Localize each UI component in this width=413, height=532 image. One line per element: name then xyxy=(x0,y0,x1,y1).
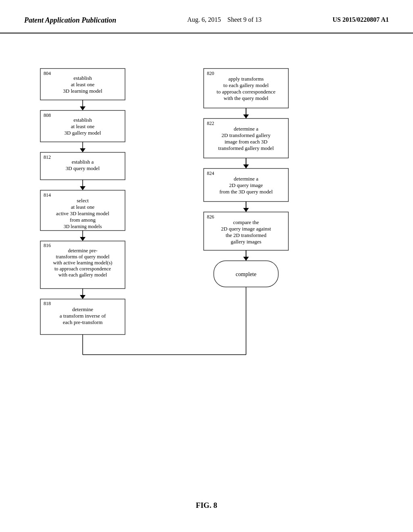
svg-marker-121 xyxy=(243,114,249,118)
svg-marker-86 xyxy=(80,186,86,190)
svg-marker-73 xyxy=(80,106,86,110)
svg-text:with each gallery model: with each gallery model xyxy=(58,272,107,278)
svg-text:image from each 3D: image from each 3D xyxy=(225,139,267,145)
svg-text:from the 3D query model: from the 3D query model xyxy=(219,189,273,195)
svg-text:826: 826 xyxy=(207,214,214,220)
svg-text:from among: from among xyxy=(70,217,96,223)
svg-text:2D query image: 2D query image xyxy=(229,182,263,188)
svg-text:the 2D transformed: the 2D transformed xyxy=(225,232,267,238)
svg-text:at least one: at least one xyxy=(71,123,95,129)
publication-title: Patent Application Publication xyxy=(24,16,116,25)
svg-text:with the query model: with the query model xyxy=(224,95,269,101)
svg-text:determine: determine xyxy=(72,306,93,312)
svg-text:3D query model: 3D query model xyxy=(66,165,100,171)
svg-text:816: 816 xyxy=(44,243,51,248)
main-flowchart: 804 establish at least one 3D learning m… xyxy=(0,56,413,500)
page-header: Patent Application Publication Aug. 6, 2… xyxy=(0,0,413,33)
svg-marker-136 xyxy=(243,208,249,212)
svg-text:at least one: at least one xyxy=(71,204,95,210)
svg-text:to each gallery model: to each gallery model xyxy=(223,82,269,88)
figure-caption: FIG. 8 xyxy=(196,501,217,510)
svg-text:822: 822 xyxy=(207,121,214,126)
figure-label: FIG. 8 xyxy=(196,501,217,509)
svg-text:3D learning models: 3D learning models xyxy=(64,224,102,229)
svg-text:establish: establish xyxy=(73,75,92,81)
svg-text:each pre-transform: each pre-transform xyxy=(63,319,103,325)
svg-text:with active learning model(s): with active learning model(s) xyxy=(53,260,113,266)
header-center: Aug. 6, 2015 Sheet 9 of 13 xyxy=(187,16,261,23)
svg-text:2D query image against: 2D query image against xyxy=(221,226,271,232)
svg-marker-144 xyxy=(243,257,249,261)
patent-number: US 2015/0220807 A1 xyxy=(332,16,389,23)
svg-text:to approach correspondence: to approach correspondence xyxy=(54,266,111,272)
svg-text:a transform inverse of: a transform inverse of xyxy=(60,313,106,319)
svg-marker-129 xyxy=(243,164,249,168)
svg-text:determine pre-: determine pre- xyxy=(68,248,97,254)
svg-text:determine a: determine a xyxy=(234,126,259,132)
svg-text:gallery images: gallery images xyxy=(231,239,261,245)
svg-marker-104 xyxy=(80,295,86,299)
svg-text:to approach correspondence: to approach correspondence xyxy=(217,89,275,95)
svg-text:804: 804 xyxy=(44,71,51,76)
svg-text:apply transforms: apply transforms xyxy=(228,76,264,82)
svg-rect-114 xyxy=(204,69,288,108)
svg-text:complete: complete xyxy=(236,271,256,277)
svg-text:active 3D learning model: active 3D learning model xyxy=(56,210,109,216)
svg-marker-95 xyxy=(80,237,86,241)
main-diagram: 804 establish at least one 3D learning m… xyxy=(0,56,413,516)
svg-text:3D learning model: 3D learning model xyxy=(63,88,102,94)
svg-text:808: 808 xyxy=(44,112,51,118)
svg-text:814: 814 xyxy=(44,192,51,198)
svg-text:transforms of query model: transforms of query model xyxy=(56,254,110,260)
svg-text:determine a: determine a xyxy=(234,176,259,182)
svg-text:establish a: establish a xyxy=(72,159,94,165)
svg-text:select: select xyxy=(77,197,89,204)
svg-rect-122 xyxy=(204,118,288,158)
svg-text:3D gallery model: 3D gallery model xyxy=(65,130,101,136)
svg-text:transformed gallery model: transformed gallery model xyxy=(218,145,274,151)
sheet-info: Sheet 9 of 13 xyxy=(227,16,262,23)
svg-text:2D transformed gallery: 2D transformed gallery xyxy=(221,132,271,138)
svg-text:at least one: at least one xyxy=(71,81,95,87)
svg-text:establish: establish xyxy=(73,117,92,123)
svg-marker-80 xyxy=(80,148,86,152)
publication-date: Aug. 6, 2015 xyxy=(187,16,221,23)
svg-text:compare the: compare the xyxy=(233,219,259,225)
svg-text:818: 818 xyxy=(44,301,51,306)
svg-text:820: 820 xyxy=(207,71,214,76)
svg-text:824: 824 xyxy=(207,170,214,176)
svg-text:812: 812 xyxy=(44,154,51,160)
